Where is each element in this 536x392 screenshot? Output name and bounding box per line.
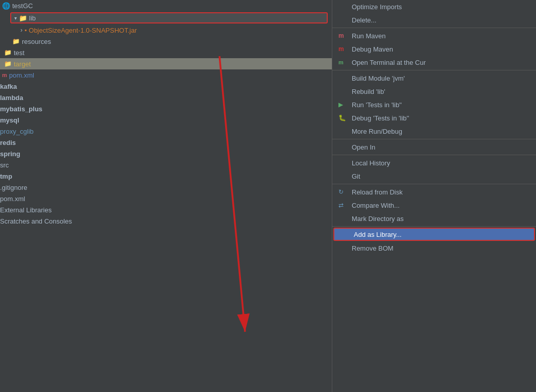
proxy-label: proxy_cglib <box>0 128 34 135</box>
build-module-item[interactable]: Build Module 'jvm' <box>332 71 536 85</box>
optimize-imports-item[interactable]: Optimize Imports <box>332 0 536 13</box>
pom-label: pom.xml <box>9 71 34 79</box>
test-folder-icon: 📁 <box>4 49 12 56</box>
delete-item[interactable]: Delete... <box>332 13 536 27</box>
jar-icon: ▪ <box>25 27 27 34</box>
rebuild-lib-item[interactable]: Rebuild 'lib' <box>332 85 536 98</box>
delete-label: Delete... <box>352 16 528 24</box>
root-pom-label: pom.xml <box>0 195 25 203</box>
git-label: Git <box>352 173 528 180</box>
git-item[interactable]: Git <box>332 169 536 183</box>
compare-with-item[interactable]: ⇄ Compare With... <box>332 199 536 212</box>
lambda-label: lambda <box>0 94 23 102</box>
mysql-label: mysql <box>0 116 19 124</box>
chevron-down-icon: ▾ <box>14 15 17 21</box>
remove-bom-label: Remove BOM <box>352 244 528 252</box>
kafka-label: kafka <box>0 83 17 90</box>
debug-maven-icon: m <box>338 45 349 53</box>
src-label: src <box>0 161 9 169</box>
ext-libraries-item[interactable]: External Libraries <box>0 204 332 215</box>
mysql-item[interactable]: mysql <box>0 114 332 126</box>
divider-6 <box>332 226 536 227</box>
redis-item[interactable]: redis <box>0 137 332 148</box>
mark-directory-label: Mark Directory as <box>352 215 528 223</box>
build-module-label: Build Module 'jvm' <box>352 75 528 82</box>
run-tests-label: Run 'Tests in 'lib'' <box>352 101 528 109</box>
more-run-item[interactable]: More Run/Debug <box>332 125 536 138</box>
sync-icon: ↻ <box>338 188 349 195</box>
spring-label: spring <box>0 150 20 158</box>
redis-label: redis <box>0 139 16 146</box>
run-tests-item[interactable]: ▶ Run 'Tests in 'lib'' <box>332 98 536 111</box>
src-item[interactable]: src <box>0 159 332 170</box>
divider-1 <box>332 28 536 28</box>
debug-tests-item[interactable]: 🐛 Debug 'Tests in 'lib'' <box>332 111 536 125</box>
rebuild-lib-label: Rebuild 'lib' <box>352 88 528 95</box>
tmp-item[interactable]: tmp <box>0 170 332 182</box>
remove-bom-item[interactable]: Remove BOM <box>332 241 536 255</box>
divider-3 <box>332 139 536 139</box>
terminal-icon: m <box>338 59 349 65</box>
compare-icon: ⇄ <box>338 202 349 209</box>
divider-2 <box>332 70 536 70</box>
gitignore-item[interactable]: .gitignore <box>0 182 332 193</box>
pom-item[interactable]: m pom.xml <box>0 69 332 81</box>
gitignore-label: .gitignore <box>0 184 27 191</box>
test-item[interactable]: 📁 test <box>0 47 332 58</box>
resources-label: resources <box>22 38 51 45</box>
compare-with-label: Compare With... <box>352 202 528 209</box>
add-library-item[interactable]: Add as Library... <box>333 228 535 241</box>
maven-icon: m <box>2 72 7 78</box>
open-terminal-item[interactable]: m Open Terminal at the Cur <box>332 56 536 69</box>
lib-folder-icon: 📁 <box>19 14 27 22</box>
run-maven-item[interactable]: m Run Maven <box>332 29 536 42</box>
tmp-label: tmp <box>0 173 12 180</box>
local-history-item[interactable]: Local History <box>332 156 536 169</box>
target-folder-icon: 📁 <box>4 60 12 67</box>
scratches-label: Scratches and Consoles <box>0 217 72 225</box>
reload-disk-label: Reload from Disk <box>352 188 528 196</box>
chevron-right-icon: › <box>20 27 22 34</box>
scratches-item[interactable]: Scratches and Consoles <box>0 215 332 227</box>
target-label: target <box>14 60 31 68</box>
more-run-label: More Run/Debug <box>352 128 528 135</box>
jar-item[interactable]: › ▪ ObjectSizeAgent-1.0-SNAPSHOT.jar <box>0 24 332 36</box>
jar-label: ObjectSizeAgent-1.0-SNAPSHOT.jar <box>29 27 137 34</box>
open-in-label: Open In <box>352 143 528 151</box>
resources-folder-icon: 📁 <box>12 38 20 45</box>
run-maven-icon: m <box>338 32 349 39</box>
root-pom-item[interactable]: pom.xml <box>0 193 332 204</box>
debug-tests-label: Debug 'Tests in 'lib'' <box>352 114 528 122</box>
testgc-item[interactable]: 🌐 testGC <box>0 0 332 11</box>
debug-maven-item[interactable]: m Debug Maven <box>332 42 536 56</box>
reload-disk-item[interactable]: ↻ Reload from Disk <box>332 185 536 199</box>
lib-label: lib <box>29 14 36 22</box>
spring-item[interactable]: spring <box>0 148 332 159</box>
lambda-item[interactable]: lambda <box>0 92 332 103</box>
proxy-item[interactable]: proxy_cglib <box>0 126 332 137</box>
add-library-label: Add as Library... <box>354 231 526 238</box>
run-icon: ▶ <box>338 101 349 108</box>
target-item[interactable]: 📁 target <box>0 58 332 69</box>
folder-icon: 🌐 <box>2 2 10 10</box>
kafka-item[interactable]: kafka <box>0 81 332 92</box>
mark-directory-item[interactable]: Mark Directory as <box>332 212 536 225</box>
divider-5 <box>332 184 536 184</box>
context-menu: Optimize Imports Delete... m Run Maven m… <box>332 0 536 392</box>
testgc-label: testGC <box>12 2 33 10</box>
divider-4 <box>332 155 536 155</box>
resources-item[interactable]: 📁 resources <box>0 36 332 47</box>
mybatis-item[interactable]: mybatis_plus <box>0 103 332 114</box>
run-maven-label: Run Maven <box>352 32 528 40</box>
test-label: test <box>14 49 25 57</box>
debug-maven-label: Debug Maven <box>352 45 528 53</box>
lib-item[interactable]: ▾ 📁 lib <box>10 12 328 23</box>
debug-icon: 🐛 <box>338 114 349 121</box>
open-terminal-label: Open Terminal at the Cur <box>352 59 528 66</box>
open-in-item[interactable]: Open In <box>332 140 536 154</box>
file-tree-panel: 🌐 testGC ▾ 📁 lib › ▪ ObjectSizeAgent-1.0… <box>0 0 332 392</box>
mybatis-label: mybatis_plus <box>0 105 42 113</box>
ext-libraries-label: External Libraries <box>0 206 52 214</box>
optimize-imports-label: Optimize Imports <box>352 3 528 11</box>
local-history-label: Local History <box>352 159 528 167</box>
